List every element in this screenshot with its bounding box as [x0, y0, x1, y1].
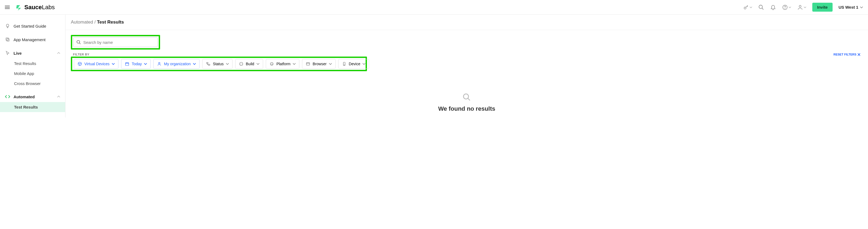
- reset-label: RESET FILTERS: [833, 53, 856, 56]
- filter-virtual-devices[interactable]: Virtual Devices: [74, 59, 118, 69]
- filter-by-label: FILTER BY: [73, 53, 90, 56]
- svg-text:OS: OS: [271, 63, 273, 65]
- chevron-down-icon: [112, 62, 115, 65]
- cursor-icon: [5, 50, 10, 56]
- device-icon: [342, 61, 347, 66]
- lightbulb-icon: [5, 23, 10, 29]
- sidebar-live-mobile-app[interactable]: Mobile App: [0, 68, 65, 79]
- svg-point-17: [344, 65, 344, 65]
- chevron-up-icon: [57, 95, 60, 98]
- region-label: US West 1: [839, 5, 858, 9]
- status-icon: [206, 61, 211, 66]
- person-icon: [157, 61, 162, 66]
- svg-point-3: [785, 8, 785, 8]
- filter-label: Device: [349, 62, 361, 66]
- svg-point-4: [799, 5, 801, 7]
- chevron-down-icon: [292, 62, 296, 65]
- svg-rect-15: [306, 62, 310, 65]
- breadcrumb: Automated / Test Results: [65, 15, 868, 30]
- chevron-down-icon: [362, 62, 366, 65]
- chevron-down-icon: [144, 62, 147, 65]
- filter-build[interactable]: Build: [235, 59, 263, 69]
- sidebar-item-label: Live: [13, 51, 22, 56]
- code-icon: [5, 94, 10, 99]
- user-icon[interactable]: [797, 4, 806, 10]
- sidebar-app-management[interactable]: App Management: [0, 34, 65, 45]
- sidebar-live-test-results[interactable]: Test Results: [0, 58, 65, 68]
- sidebar-item-label: Cross Browser: [14, 81, 40, 86]
- search-icon: [76, 40, 81, 45]
- filter-label: Virtual Devices: [84, 62, 110, 66]
- filter-device[interactable]: Device: [338, 59, 369, 69]
- svg-point-7: [77, 40, 80, 43]
- reset-filters-button[interactable]: RESET FILTERS: [833, 53, 861, 56]
- search-large-icon: [71, 93, 863, 102]
- sidebar-item-label: Test Results: [14, 105, 38, 109]
- search-icon[interactable]: [758, 4, 764, 10]
- help-icon[interactable]: [782, 4, 791, 10]
- sidebar-item-label: App Management: [13, 37, 45, 42]
- region-selector[interactable]: US West 1: [839, 5, 863, 9]
- sidebar-automated-test-results[interactable]: Test Results: [0, 102, 65, 112]
- filter-browser[interactable]: Browser: [302, 59, 335, 69]
- svg-point-1: [759, 5, 762, 8]
- sidebar-automated[interactable]: Automated: [0, 91, 65, 102]
- sidebar-live[interactable]: Live: [0, 48, 65, 58]
- close-icon: [858, 53, 861, 56]
- breadcrumb-parent[interactable]: Automated: [71, 20, 93, 25]
- empty-message: We found no results: [71, 105, 863, 112]
- brand-logo[interactable]: SauceLabs: [15, 3, 55, 11]
- filter-label: Browser: [313, 62, 327, 66]
- filter-label: My organization: [164, 62, 191, 66]
- breadcrumb-current: Test Results: [97, 20, 124, 25]
- svg-rect-8: [125, 62, 129, 65]
- svg-point-9: [159, 62, 160, 64]
- svg-point-12: [240, 62, 243, 65]
- filter-status[interactable]: Status: [202, 59, 232, 69]
- chevron-up-icon: [57, 51, 60, 55]
- search-input-container[interactable]: [73, 37, 158, 47]
- calendar-icon: [125, 61, 129, 66]
- chevron-down-icon: [193, 62, 196, 65]
- filter-label: Build: [246, 62, 254, 66]
- svg-point-0: [744, 7, 746, 9]
- browser-icon: [306, 61, 310, 66]
- svg-rect-11: [209, 64, 210, 65]
- filter-my-org[interactable]: My organization: [153, 59, 199, 69]
- sidebar-item-label: Get Started Guide: [13, 24, 46, 28]
- sidebar-item-label: Mobile App: [14, 71, 34, 76]
- sidebar-item-label: Test Results: [14, 61, 36, 66]
- chevron-down-icon: [226, 62, 229, 65]
- svg-rect-5: [6, 38, 8, 40]
- svg-point-18: [463, 94, 469, 99]
- brand-text-1: Sauce: [24, 4, 42, 10]
- key-icon[interactable]: [743, 4, 752, 10]
- chevron-down-icon: [256, 62, 259, 65]
- filter-label: Platform: [276, 62, 290, 66]
- platform-icon: OS: [269, 61, 274, 66]
- sidebar-item-label: Automated: [13, 94, 35, 99]
- app-icon: [5, 37, 10, 42]
- menu-icon[interactable]: [5, 6, 10, 9]
- sidebar-live-cross-browser[interactable]: Cross Browser: [0, 79, 65, 88]
- filter-label: Today: [132, 62, 142, 66]
- search-highlight: [71, 35, 160, 50]
- chevron-down-icon: [329, 62, 332, 65]
- invite-button[interactable]: Invite: [812, 3, 833, 12]
- cube-icon: [78, 61, 82, 66]
- filters-highlight: Virtual Devices Today My organization St…: [71, 57, 367, 71]
- filter-today[interactable]: Today: [121, 59, 151, 69]
- search-input[interactable]: [83, 40, 155, 45]
- filter-platform[interactable]: OS Platform: [266, 59, 299, 69]
- svg-rect-10: [207, 62, 208, 64]
- empty-state: We found no results: [71, 93, 863, 112]
- breadcrumb-sep: /: [93, 20, 97, 25]
- bell-icon[interactable]: [770, 4, 776, 10]
- build-icon: [239, 61, 244, 66]
- sidebar-get-started[interactable]: Get Started Guide: [0, 21, 65, 31]
- filter-label: Status: [213, 62, 224, 66]
- logo-mark-icon: [15, 3, 23, 11]
- svg-rect-6: [7, 39, 9, 41]
- brand-text-2: Labs: [42, 4, 55, 10]
